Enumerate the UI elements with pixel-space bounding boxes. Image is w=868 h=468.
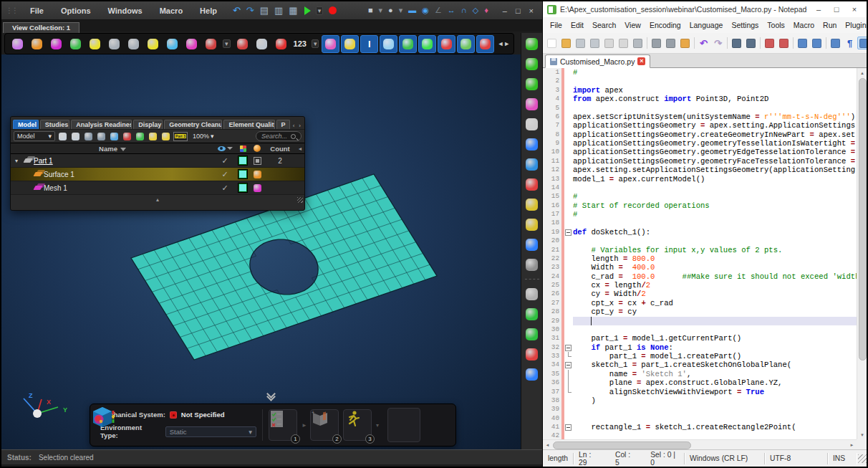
tab-model[interactable]: Model xyxy=(13,120,39,129)
line-number[interactable]: 7 xyxy=(543,121,561,130)
save-all-icon[interactable] xyxy=(588,37,602,49)
code-text[interactable]: cy = Width/2 xyxy=(573,290,857,298)
line-number[interactable]: 36 xyxy=(543,378,561,387)
expand-tree-icon[interactable] xyxy=(135,131,145,142)
code-text[interactable]: alignSketchViewWithViewport = True xyxy=(573,388,857,396)
code-line[interactable]: 40 xyxy=(543,414,857,423)
fold-collapse-icon[interactable] xyxy=(565,362,572,368)
color-swatch[interactable] xyxy=(238,183,247,192)
code-line[interactable]: 14 xyxy=(543,183,857,192)
video-options-caret[interactable]: ▾ xyxy=(379,6,383,14)
code-text[interactable]: Width = 400.0 xyxy=(573,263,857,272)
clamp-tool-icon[interactable] xyxy=(524,196,541,213)
fold-margin[interactable] xyxy=(564,139,573,148)
code-line[interactable]: 20 xyxy=(543,237,857,245)
gears-icon[interactable] xyxy=(524,256,541,273)
code-line[interactable]: 6apex.setScriptUnitSystem(unitSystemName… xyxy=(543,113,857,121)
close-all-icon[interactable] xyxy=(617,37,630,49)
visibility-toggle-icon[interactable] xyxy=(109,131,120,142)
word-wrap-icon[interactable] xyxy=(829,37,842,49)
measure-node-icon[interactable]: ◇ xyxy=(473,6,478,14)
menu-plugins[interactable]: Plugins xyxy=(841,21,867,29)
fold-margin[interactable] xyxy=(564,334,573,343)
line-number[interactable]: 31 xyxy=(543,334,561,343)
visibility-check-icon[interactable]: ✓ xyxy=(214,183,236,193)
code-line[interactable]: 39 xyxy=(543,405,857,414)
code-text[interactable]: # xyxy=(573,192,857,201)
sphere-gray-icon[interactable] xyxy=(524,285,541,302)
list-table-icon[interactable] xyxy=(524,156,541,173)
line-tool-icon[interactable] xyxy=(163,35,181,53)
render-mode-icon[interactable] xyxy=(254,184,261,192)
code-text[interactable] xyxy=(573,183,857,192)
line-number[interactable]: 41 xyxy=(543,423,561,431)
fold-margin[interactable] xyxy=(564,423,573,431)
code-text[interactable] xyxy=(573,325,857,334)
code-line[interactable]: 33 part_1 = model_1.createPart() xyxy=(543,352,857,360)
fold-margin[interactable] xyxy=(564,254,573,263)
code-line[interactable]: 16# Start of recorded operations xyxy=(543,201,857,210)
screenshot-icon[interactable]: ● xyxy=(388,6,393,14)
scroll-right-icon[interactable]: ► xyxy=(847,440,857,450)
undo-icon[interactable]: ↶ xyxy=(697,37,710,49)
fold-margin[interactable] xyxy=(564,77,573,85)
new-file-icon[interactable] xyxy=(545,37,559,49)
save-icon[interactable]: ▦ xyxy=(289,6,297,15)
code-text[interactable] xyxy=(573,414,857,423)
line-number[interactable]: 8 xyxy=(543,130,561,139)
visibility-check-icon[interactable]: ✓ xyxy=(214,170,236,179)
surface-tool-icon[interactable] xyxy=(524,95,541,113)
code-line[interactable]: 34 sketch_1 = part_1.createSketchOnGloba… xyxy=(543,360,857,369)
menu-language[interactable]: Language xyxy=(685,21,728,29)
code-text[interactable] xyxy=(573,237,857,245)
zoom-info-icon[interactable]: ◉ xyxy=(422,6,429,14)
menu-file[interactable]: File xyxy=(546,21,566,29)
checker-tool-icon[interactable] xyxy=(272,35,290,53)
view-collection-tab[interactable]: View Collection: 1 xyxy=(3,22,79,33)
line-number[interactable]: 27 xyxy=(543,299,561,307)
menu-file[interactable]: File xyxy=(21,6,52,15)
save-icon[interactable] xyxy=(574,37,587,49)
viewport-layout-icon[interactable]: ▬ xyxy=(408,6,416,14)
line-number[interactable]: 17 xyxy=(543,210,561,219)
menu-search[interactable]: Search xyxy=(588,21,620,29)
pin-up-tool-icon[interactable] xyxy=(253,35,271,53)
vertical-scroll-thumb[interactable] xyxy=(859,78,867,360)
code-line[interactable]: 31 part_1 = model_1.getCurrentPart() xyxy=(543,334,857,343)
fold-margin[interactable] xyxy=(564,183,573,192)
tab-scroll-right[interactable]: › xyxy=(297,123,302,129)
fold-margin[interactable] xyxy=(564,378,573,387)
code-line[interactable]: 8applicationSettingsGeometry.createGeome… xyxy=(543,130,857,139)
toolbar-caret[interactable]: ▾ xyxy=(223,39,231,48)
code-line[interactable]: 37 alignSketchViewWithViewport = True xyxy=(543,388,857,396)
fold-margin[interactable] xyxy=(564,396,573,405)
line-number[interactable]: 25 xyxy=(543,281,561,290)
record-video-icon[interactable]: ■ xyxy=(368,6,373,14)
mesh-sphere-blue-icon[interactable] xyxy=(524,366,541,383)
play-options-caret[interactable]: ▾ xyxy=(316,6,324,15)
line-number[interactable]: 21 xyxy=(543,246,561,254)
panel-resize-handle[interactable]: ▴ xyxy=(156,196,159,203)
point-tool-icon[interactable] xyxy=(144,35,162,53)
fold-margin[interactable] xyxy=(564,68,573,77)
code-line[interactable]: 23 Width = 400.0 xyxy=(543,263,857,272)
code-text[interactable]: length = 800.0 xyxy=(573,254,857,263)
collapse-tree-icon[interactable] xyxy=(148,131,158,142)
code-line[interactable]: 4from apex.construct import Point3D, Poi… xyxy=(543,95,857,103)
run-analysis-button[interactable]: 3 xyxy=(343,409,372,441)
menu-edit[interactable]: Edit xyxy=(566,21,588,29)
code-line[interactable]: 2 xyxy=(543,77,857,85)
tripod-red-icon[interactable] xyxy=(476,35,494,53)
scroll-up-icon[interactable]: ▲ xyxy=(857,68,867,77)
tab-element-quality[interactable]: Element Quality xyxy=(223,120,274,129)
show-hide-entities-icon[interactable] xyxy=(67,35,85,53)
line-number[interactable]: 4 xyxy=(543,95,561,103)
code-text[interactable]: plane = apex.construct.GlobalPlane.YZ, xyxy=(573,378,857,387)
fold-margin[interactable] xyxy=(564,95,573,103)
fold-margin[interactable] xyxy=(564,228,573,237)
tripod-green-icon[interactable] xyxy=(399,35,417,53)
fold-margin[interactable] xyxy=(564,370,573,378)
fold-collapse-icon[interactable] xyxy=(565,229,572,236)
measure-distance-icon[interactable]: ↔ xyxy=(448,6,455,14)
line-number[interactable]: 29 xyxy=(543,317,561,325)
